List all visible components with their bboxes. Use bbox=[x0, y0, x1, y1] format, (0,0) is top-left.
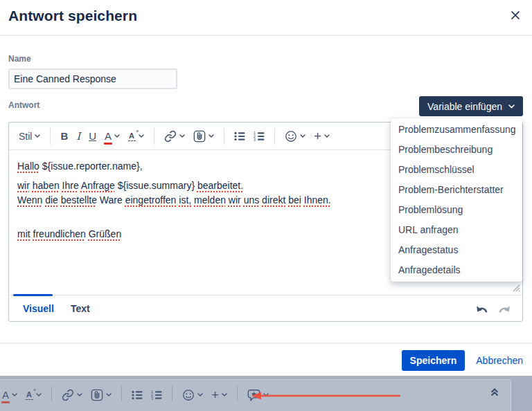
undo-icon bbox=[475, 304, 488, 313]
emoji-button bbox=[178, 386, 207, 404]
plus-icon: + bbox=[211, 390, 219, 401]
editor-footer: Visuell Text bbox=[9, 295, 522, 322]
attachment-button[interactable] bbox=[189, 126, 218, 147]
bullet-list-button bbox=[127, 386, 147, 404]
emoji-button[interactable] bbox=[281, 126, 310, 147]
insert-more-button: + bbox=[207, 386, 231, 404]
menu-item[interactable]: Problemlösung bbox=[391, 200, 522, 220]
toolbar-divider bbox=[154, 128, 154, 145]
italic-button[interactable]: I bbox=[72, 126, 85, 147]
page-title: Antwort speichern bbox=[8, 8, 137, 24]
bullet-list-icon bbox=[234, 131, 245, 141]
chevron-down-icon bbox=[35, 134, 40, 138]
footer-divider bbox=[0, 342, 532, 344]
chevron-down-icon bbox=[222, 393, 227, 397]
underline-icon: U bbox=[89, 130, 96, 142]
toolbar-divider bbox=[51, 386, 52, 401]
toolbar-divider bbox=[172, 386, 172, 401]
insert-more-button[interactable]: + bbox=[310, 126, 334, 147]
cancel-button[interactable]: Abbrechen bbox=[476, 355, 523, 366]
close-button[interactable] bbox=[507, 7, 524, 24]
bullet-list-button[interactable] bbox=[230, 126, 249, 147]
toolbar-divider bbox=[50, 128, 51, 145]
more-formatting-icon: A° bbox=[128, 131, 136, 141]
attachment-button bbox=[87, 386, 116, 404]
toolbar-divider bbox=[274, 128, 275, 145]
toolbar-divider bbox=[237, 386, 238, 401]
name-label: Name bbox=[8, 54, 31, 64]
svg-text:3: 3 bbox=[254, 138, 256, 141]
insert-variable-label: Variable einfügen bbox=[427, 101, 502, 112]
link-icon bbox=[62, 389, 74, 401]
emoji-icon bbox=[285, 130, 297, 143]
chevron-down-icon bbox=[36, 393, 42, 397]
answer-label: Antwort bbox=[8, 100, 39, 110]
chevron-down-icon bbox=[114, 134, 120, 138]
chevron-down-icon bbox=[77, 393, 82, 397]
dimmed-background-strip: A A° bbox=[0, 376, 532, 411]
bold-button[interactable]: B bbox=[56, 126, 72, 147]
plus-icon: + bbox=[314, 131, 321, 142]
svg-text:3: 3 bbox=[151, 396, 153, 400]
menu-item[interactable]: Problem-Berichterstatter bbox=[391, 180, 522, 200]
chevron-down-icon bbox=[179, 134, 185, 138]
menu-item[interactable]: Problemzusammenfassung bbox=[391, 120, 522, 140]
close-icon bbox=[511, 10, 520, 20]
link-button[interactable] bbox=[160, 126, 189, 147]
header-divider bbox=[0, 35, 532, 36]
chevron-down-icon bbox=[324, 134, 330, 138]
numbered-list-button[interactable]: 1 2 3 bbox=[249, 126, 269, 147]
style-dropdown-label: Stil bbox=[19, 131, 32, 142]
name-input[interactable] bbox=[8, 68, 177, 89]
insert-variable-button[interactable]: Variable einfügen bbox=[419, 96, 523, 116]
toolbar-divider bbox=[224, 128, 224, 145]
underline-button[interactable]: U bbox=[85, 126, 100, 147]
red-annotation-arrow bbox=[251, 392, 401, 400]
more-formatting-icon: A° bbox=[26, 390, 33, 400]
redo-button[interactable] bbox=[498, 304, 511, 313]
redo-icon bbox=[498, 304, 511, 313]
italic-icon: I bbox=[76, 130, 80, 143]
chevron-down-icon bbox=[12, 393, 17, 397]
style-dropdown-button[interactable]: Stil bbox=[15, 126, 44, 147]
undo-redo-group bbox=[475, 304, 511, 313]
chevron-down-icon bbox=[106, 393, 112, 397]
text-color-button: A bbox=[0, 386, 21, 404]
menu-item[interactable]: URL anfragen bbox=[391, 220, 522, 240]
numbered-list-button: 1 2 3 bbox=[147, 386, 166, 404]
menu-item[interactable]: Problembeschreibung bbox=[391, 140, 522, 160]
bold-icon: B bbox=[60, 130, 68, 142]
menu-item[interactable]: Anfragestatus bbox=[391, 240, 522, 260]
text-color-button[interactable]: A bbox=[100, 126, 124, 147]
toolbar-divider bbox=[121, 386, 122, 401]
chevron-down-icon bbox=[508, 104, 515, 109]
resize-grip-icon[interactable] bbox=[513, 284, 520, 292]
emoji-icon bbox=[182, 389, 195, 401]
tab-visual[interactable]: Visuell bbox=[23, 303, 54, 314]
save-button[interactable]: Speichern bbox=[402, 350, 466, 371]
more-formatting-button: A° bbox=[21, 386, 46, 404]
menu-item[interactable]: Anfragedetails bbox=[391, 260, 522, 280]
text-color-icon: A bbox=[105, 131, 112, 142]
attachment-icon bbox=[193, 130, 206, 143]
dialog-actions: Speichern Abbrechen bbox=[402, 350, 523, 371]
link-icon bbox=[164, 130, 177, 143]
tab-text[interactable]: Text bbox=[71, 303, 90, 314]
double-chevron-up-icon bbox=[490, 387, 499, 397]
link-button bbox=[57, 386, 87, 404]
collapse-toolbar-button bbox=[490, 387, 499, 397]
undo-button[interactable] bbox=[475, 304, 488, 313]
attachment-icon bbox=[91, 389, 103, 401]
numbered-list-icon: 1 2 3 bbox=[151, 390, 162, 400]
chevron-down-icon bbox=[139, 134, 144, 138]
text-color-icon: A bbox=[2, 390, 9, 401]
chevron-down-icon bbox=[197, 393, 203, 397]
chevron-down-icon bbox=[209, 134, 214, 138]
variable-dropdown-menu: ProblemzusammenfassungProblembeschreibun… bbox=[391, 118, 522, 282]
numbered-list-icon: 1 2 3 bbox=[254, 131, 265, 141]
menu-item[interactable]: Problemschlüssel bbox=[391, 160, 522, 180]
active-tab-indicator bbox=[13, 294, 53, 296]
more-formatting-button[interactable]: A° bbox=[124, 126, 148, 147]
bullet-list-icon bbox=[132, 390, 143, 400]
chevron-down-icon bbox=[300, 134, 305, 138]
